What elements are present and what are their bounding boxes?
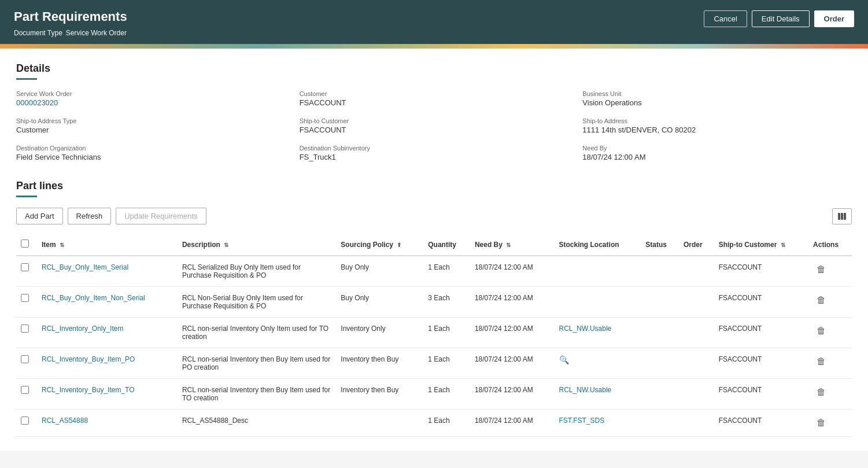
row-actions: 🗑 [808,348,852,379]
value-service-work-order[interactable]: 0000023020 [16,98,58,107]
row-need-by: 18/07/24 12:00 AM [470,348,555,379]
th-ship-to-customer[interactable]: Ship-to Customer ⇅ [714,234,808,256]
details-section-title: Details [16,62,852,75]
th-item[interactable]: Item ⇅ [37,234,178,256]
th-quantity: Quantity [423,234,470,256]
value-business-unit: Vision Operations [582,98,852,107]
row-actions: 🗑 [808,410,852,437]
row-sourcing-policy: Inventory then Buy [336,379,423,410]
detail-customer: Customer FSACCOUNT [300,90,569,107]
svg-rect-2 [844,213,846,220]
row-order [679,410,714,437]
row-checkbox[interactable] [21,294,29,302]
row-ship-to-customer: FSACCOUNT [714,287,808,318]
row-ship-to-customer: FSACCOUNT [714,379,808,410]
row-order [679,287,714,318]
row-need-by: 18/07/24 12:00 AM [470,379,555,410]
row-description: RCL non-serial Inventory Only Item used … [178,318,336,348]
th-description[interactable]: Description ⇅ [178,234,336,256]
add-part-button[interactable]: Add Part [16,208,63,224]
table-row: RCL_Inventory_Buy_Item_PORCL non-serial … [16,348,852,379]
select-all-checkbox[interactable] [21,239,29,248]
label-service-work-order: Service Work Order [16,90,286,97]
stocking-location-link[interactable]: RCL_NW.Usable [559,386,612,394]
item-sort-icon: ⇅ [60,242,64,248]
row-need-by: 18/07/24 12:00 AM [470,410,555,437]
row-checkbox[interactable] [21,355,29,363]
row-description: RCL_AS54888_Desc [178,410,336,437]
row-stocking-location: FST.FST_SDS [555,410,641,437]
stocking-search-icon[interactable]: 🔍 [559,355,569,364]
main-content: Details Service Work Order 0000023020 Cu… [0,49,868,451]
detail-ship-to-address-type: Ship-to Address Type Customer [16,117,286,134]
th-need-by[interactable]: Need By ⇅ [470,234,555,256]
table-row: RCL_Buy_Only_Item_Non_SerialRCL Non-Seri… [16,287,852,318]
table-header-row: Item ⇅ Description ⇅ Sourcing Policy ⬆ [16,234,852,256]
part-lines-toolbar: Add Part Refresh Update Requirements [16,208,852,224]
table-row: RCL_AS54888RCL_AS54888_Desc1 Each18/07/2… [16,410,852,437]
label-destination-org: Destination Organization [16,145,286,152]
row-checkbox[interactable] [21,386,29,394]
th-status: Status [641,234,679,256]
document-type-label: Document Type [14,29,62,37]
row-checkbox[interactable] [21,417,29,425]
stocking-location-link[interactable]: FST.FST_SDS [559,417,605,425]
stocking-location-link[interactable]: RCL_NW.Usable [559,325,612,333]
grid-view-button[interactable] [832,208,852,224]
row-stocking-location [555,287,641,318]
value-destination-org: Field Service Technicians [16,153,286,161]
row-item: RCL_AS54888 [37,410,178,437]
row-stocking-location: 🔍 [555,348,641,379]
svg-rect-1 [841,213,843,220]
description-sort-icon: ⇅ [224,242,228,248]
row-need-by: 18/07/24 12:00 AM [470,256,555,287]
order-button[interactable]: Order [814,10,854,27]
row-need-by: 18/07/24 12:00 AM [470,318,555,348]
edit-details-button[interactable]: Edit Details [752,10,810,27]
item-link[interactable]: RCL_Buy_Only_Item_Serial [42,263,128,271]
ship-to-sort-icon: ⇅ [781,242,785,248]
label-customer: Customer [300,90,569,97]
row-order [679,256,714,287]
part-lines-section: Part lines Add Part Refresh Update Requi… [16,180,852,437]
row-status [641,287,679,318]
item-link[interactable]: RCL_Inventory_Buy_Item_PO [42,355,135,363]
th-select-all[interactable] [16,234,37,256]
columns-icon [837,212,847,221]
table-row: RCL_Inventory_Buy_Item_TORCL non-serial … [16,379,852,410]
row-checkbox-cell [16,287,37,318]
row-actions: 🗑 [808,318,852,348]
delete-row-button[interactable]: 🗑 [813,417,829,429]
cancel-button[interactable]: Cancel [704,10,747,27]
delete-row-button[interactable]: 🗑 [813,294,829,307]
row-quantity: 1 Each [423,410,470,437]
row-checkbox[interactable] [21,325,29,333]
th-sourcing-policy[interactable]: Sourcing Policy ⬆ [336,234,423,256]
part-lines-table-wrap: Item ⇅ Description ⇅ Sourcing Policy ⬆ [16,234,852,437]
table-row: RCL_Buy_Only_Item_SerialRCL Serialized B… [16,256,852,287]
delete-row-button[interactable]: 🗑 [813,325,829,337]
row-need-by: 18/07/24 12:00 AM [470,287,555,318]
row-status [641,379,679,410]
row-checkbox-cell [16,379,37,410]
delete-row-button[interactable]: 🗑 [813,386,829,399]
row-checkbox-cell [16,318,37,348]
delete-row-button[interactable]: 🗑 [813,355,829,368]
value-ship-to-address: 1111 14th st/DENVER, CO 80202 [582,126,852,134]
row-stocking-location: RCL_NW.Usable [555,379,641,410]
row-actions: 🗑 [808,379,852,410]
item-link[interactable]: RCL_Inventory_Buy_Item_TO [42,386,135,394]
item-link[interactable]: RCL_Inventory_Only_Item [42,325,123,333]
row-sourcing-policy [336,410,423,437]
item-link[interactable]: RCL_AS54888 [42,417,88,425]
refresh-button[interactable]: Refresh [68,208,112,224]
delete-row-button[interactable]: 🗑 [813,263,829,276]
update-requirements-button[interactable]: Update Requirements [116,208,206,224]
row-stocking-location: RCL_NW.Usable [555,318,641,348]
detail-service-work-order: Service Work Order 0000023020 [16,90,286,107]
label-need-by: Need By [582,145,852,152]
detail-destination-org: Destination Organization Field Service T… [16,145,286,161]
row-checkbox[interactable] [21,263,29,271]
item-link[interactable]: RCL_Buy_Only_Item_Non_Serial [42,294,145,302]
page-header: Part Requirements Document Type Service … [0,0,868,44]
